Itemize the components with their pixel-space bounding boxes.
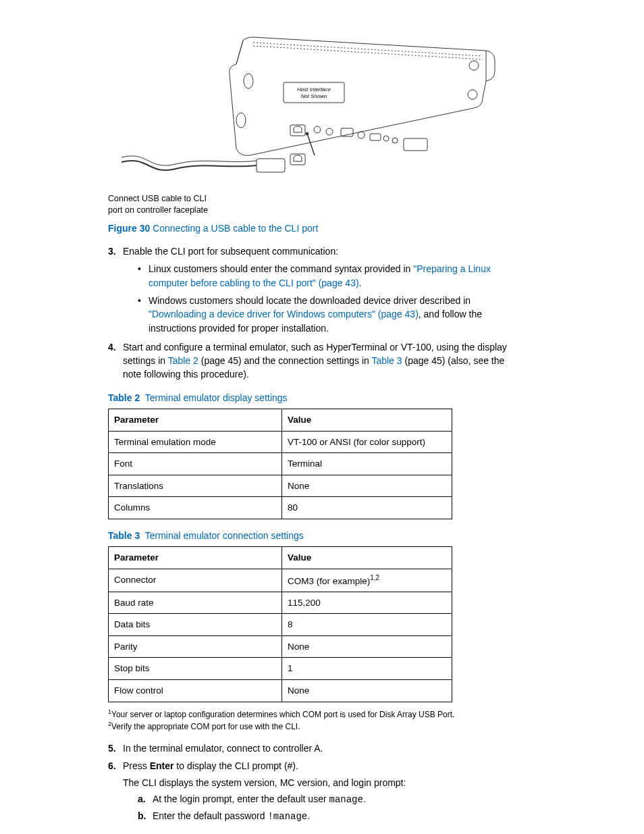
svg-point-0 xyxy=(244,74,253,88)
table-2: ParameterValue Terminal emulation modeVT… xyxy=(108,409,452,519)
figure-subcaption: Connect USB cable to CLI port on control… xyxy=(108,193,522,216)
svg-rect-13 xyxy=(404,138,427,151)
svg-point-11 xyxy=(383,136,389,141)
table-row: Columns80 xyxy=(109,497,452,519)
link-table-2[interactable]: Table 2 xyxy=(168,355,198,366)
step-3: 3. Enable the CLI port for subsequent co… xyxy=(108,244,522,335)
table-row: FontTerminal xyxy=(109,453,452,475)
svg-point-7 xyxy=(326,128,333,135)
table-3-title: Table 3 Terminal emulator connection set… xyxy=(108,529,522,542)
svg-rect-16 xyxy=(257,159,285,172)
table-row: Stop bits1 xyxy=(109,658,452,680)
step-6b: b. Enter the default password !manage. xyxy=(138,809,522,823)
fig-label-l1: Host Interface xyxy=(297,86,331,93)
link-windows-driver[interactable]: "Downloading a device driver for Windows… xyxy=(149,309,419,319)
figure-title: Figure 30 Connecting a USB cable to the … xyxy=(108,221,522,235)
table-row: ParityNone xyxy=(109,635,452,658)
table-row: Baud rate115,200 xyxy=(109,592,452,614)
svg-rect-8 xyxy=(341,128,353,136)
svg-point-3 xyxy=(468,90,477,99)
table-row: ConnectorCOM3 (for example)1,2 xyxy=(109,569,452,592)
step-6: 6. Press Enter to display the CLI prompt… xyxy=(108,759,522,823)
svg-point-14 xyxy=(306,132,308,135)
svg-point-12 xyxy=(392,138,398,143)
step-3-bullet-windows: Windows customers should locate the down… xyxy=(138,294,522,335)
svg-point-1 xyxy=(236,113,246,128)
table-row: Flow controlNone xyxy=(109,680,452,702)
figure-illustration: Host Interface Not Shown xyxy=(108,34,522,189)
svg-rect-10 xyxy=(370,134,381,140)
fig-label-l2: Not Shown xyxy=(300,93,327,99)
table-3: ParameterValue ConnectorCOM3 (for exampl… xyxy=(108,546,452,702)
step-5: 5. In the terminal emulator, connect to … xyxy=(108,741,522,755)
table-row: Data bits8 xyxy=(109,614,452,636)
table-2-title: Table 2 Terminal emulator display settin… xyxy=(108,391,522,405)
step-3-bullet-linux: Linux customers should enter the command… xyxy=(138,262,522,290)
svg-point-9 xyxy=(358,132,365,138)
svg-rect-4 xyxy=(284,82,344,103)
link-table-3[interactable]: Table 3 xyxy=(371,355,402,366)
table-footnotes: 1Your server or laptop configuration det… xyxy=(108,708,522,732)
svg-point-2 xyxy=(469,61,479,70)
table-row: Terminal emulation modeVT-100 or ANSI (f… xyxy=(109,431,452,453)
step-4: 4. Start and configure a terminal emulat… xyxy=(108,340,522,382)
table-row: TranslationsNone xyxy=(109,475,452,497)
svg-point-6 xyxy=(314,126,321,133)
step-6a: a. At the login prompt, enter the defaul… xyxy=(138,792,522,806)
